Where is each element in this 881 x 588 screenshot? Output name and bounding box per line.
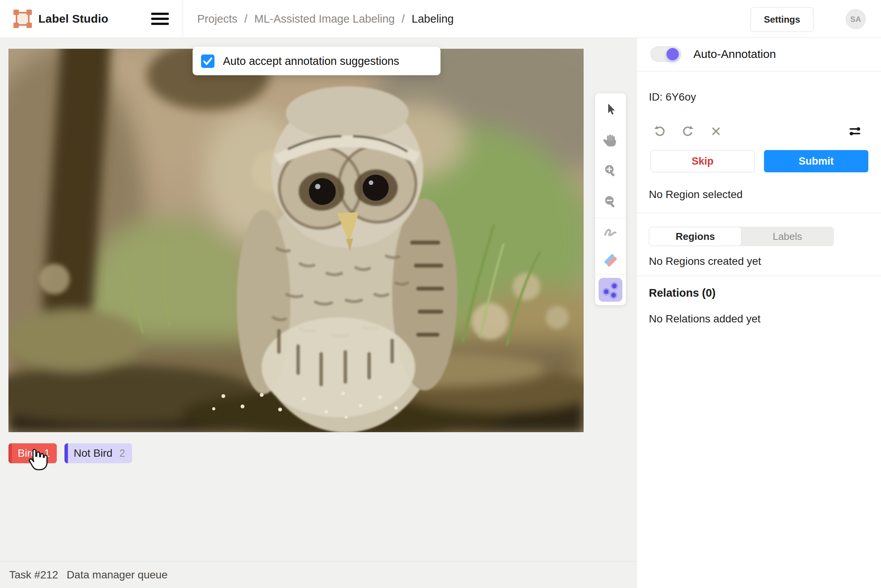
relations-title: Relations (0)	[649, 287, 716, 299]
breadcrumb: Projects / ML-Assisted Image Labeling / …	[197, 0, 454, 38]
task-number: Task #212	[9, 569, 58, 581]
undo-button[interactable]	[652, 122, 668, 140]
app-name: Label Studio	[38, 0, 108, 38]
smart-magic-icon	[599, 278, 622, 302]
panel-settings-button[interactable]	[847, 122, 863, 140]
label-studio-app: Label Studio Projects / ML-Assisted Imag…	[0, 0, 881, 588]
auto-annotation-toggle[interactable]	[650, 46, 681, 62]
tab-regions[interactable]: Regions	[649, 227, 742, 246]
breadcrumb-current-page: Labeling	[412, 13, 454, 25]
submit-button[interactable]: Submit	[764, 150, 868, 172]
reset-button[interactable]	[708, 122, 724, 140]
pointer-icon	[603, 101, 618, 117]
annotation-id: ID: 6Y6oy	[649, 91, 696, 103]
label-bird-button[interactable]: Bird 1	[8, 443, 57, 463]
header: Label Studio Projects / ML-Assisted Imag…	[0, 0, 881, 38]
auto-annotation-label: Auto-Annotation	[693, 48, 776, 61]
redo-button[interactable]	[680, 122, 696, 140]
undo-icon	[653, 124, 667, 139]
user-avatar[interactable]: SA	[846, 9, 866, 29]
image-toolbar	[595, 93, 626, 305]
auto-accept-label: Auto accept annotation suggestions	[223, 55, 399, 68]
no-regions-text: No Regions created yet	[649, 255, 761, 268]
pointer-tool-button[interactable]	[595, 93, 626, 124]
hand-icon	[603, 132, 618, 148]
zoom-in-icon	[603, 164, 618, 179]
settings-button[interactable]: Settings	[751, 7, 813, 32]
task-image-canvas[interactable]	[8, 49, 584, 432]
regions-labels-tabs: Regions Labels	[649, 227, 834, 246]
no-relations-text: No Relations added yet	[649, 313, 761, 325]
brush-icon	[602, 224, 619, 240]
redo-icon	[680, 124, 695, 139]
label-not-bird-button[interactable]: Not Bird 2	[64, 443, 132, 463]
skip-button[interactable]: Skip	[650, 150, 755, 172]
queue-name: Data manager queue	[67, 569, 168, 581]
label-hotkey: 2	[119, 448, 125, 459]
menu-hamburger-icon[interactable]	[151, 13, 169, 25]
zoom-in-tool-button[interactable]	[595, 155, 626, 187]
label-accent-strip	[8, 443, 12, 463]
auto-accept-checkbox[interactable]	[201, 55, 214, 68]
panel-divider	[637, 213, 881, 213]
toggle-knob	[667, 48, 679, 60]
label-text: Bird	[18, 447, 37, 459]
label-studio-logo-icon	[13, 9, 32, 28]
labeling-workspace: Bird 1 Not Bird 2 Task #212 Data manager…	[0, 38, 636, 588]
label-accent-strip	[64, 443, 68, 463]
owl-photo	[8, 49, 584, 432]
breadcrumb-project-name[interactable]: ML-Assisted Image Labeling	[254, 13, 395, 25]
panel-divider	[637, 276, 881, 276]
task-footer: Task #212 Data manager queue	[0, 561, 636, 588]
checkmark-icon	[201, 55, 214, 68]
no-region-text: No Region selected	[649, 188, 742, 201]
breadcrumb-projects[interactable]: Projects	[197, 13, 238, 25]
sliders-icon	[848, 124, 862, 139]
auto-accept-overlay: Auto accept annotation suggestions	[193, 47, 440, 75]
panel-divider	[637, 71, 881, 71]
pan-tool-button[interactable]	[595, 124, 626, 155]
annotation-history-controls	[637, 122, 881, 140]
smart-magic-tool-button[interactable]	[595, 274, 626, 305]
zoom-out-icon	[603, 195, 618, 210]
header-divider	[183, 0, 183, 38]
breadcrumb-separator: /	[402, 13, 405, 25]
label-text: Not Bird	[74, 447, 112, 459]
eraser-tool-button[interactable]	[595, 246, 626, 274]
eraser-icon	[602, 252, 619, 269]
tab-labels[interactable]: Labels	[741, 227, 833, 246]
zoom-out-tool-button[interactable]	[595, 187, 626, 218]
close-icon	[709, 125, 723, 138]
brush-tool-button[interactable]	[595, 218, 626, 246]
label-hotkey: 1	[44, 448, 50, 459]
auto-annotation-row: Auto-Annotation	[650, 46, 776, 62]
annotation-side-panel: Auto-Annotation ID: 6Y6oy	[636, 38, 881, 588]
label-choices: Bird 1 Not Bird 2	[8, 443, 132, 463]
breadcrumb-separator: /	[244, 13, 247, 25]
